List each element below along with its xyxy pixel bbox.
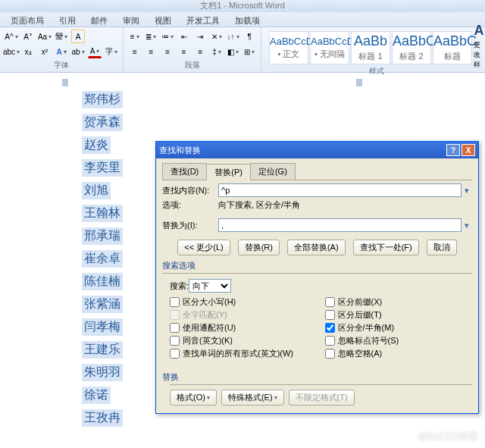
- style-title[interactable]: AaBbC标题: [433, 31, 472, 64]
- option-checkbox[interactable]: [170, 349, 180, 359]
- tab-review[interactable]: 审阅: [115, 12, 147, 27]
- styles-gallery[interactable]: AaBbCcDd• 正文 AaBbCcDd• 无间隔 AaBb标题 1 AaBb…: [266, 30, 485, 66]
- line-spacing-icon[interactable]: ‡: [210, 45, 224, 58]
- name-item[interactable]: 闫孝梅: [82, 318, 123, 336]
- search-direction-select[interactable]: 向下: [189, 279, 231, 293]
- name-item[interactable]: 赵炎: [82, 136, 111, 154]
- tab-view[interactable]: 视图: [147, 12, 179, 27]
- option-checkbox[interactable]: [325, 310, 335, 320]
- option-checkbox[interactable]: [325, 323, 335, 333]
- name-item[interactable]: 李奕里: [82, 159, 123, 177]
- distribute-icon[interactable]: ≡: [194, 45, 208, 58]
- option-row[interactable]: 忽略空格(A): [325, 348, 473, 359]
- search-options-header: 搜索选项: [162, 260, 472, 271]
- font-size-grow-icon[interactable]: A^: [5, 30, 18, 43]
- name-item[interactable]: 王孜冉: [82, 409, 123, 427]
- bullets-icon[interactable]: ≡: [128, 30, 142, 43]
- option-checkbox[interactable]: [325, 297, 335, 307]
- dialog-title: 查找和替换: [159, 145, 445, 156]
- sub-icon[interactable]: x₂: [21, 45, 35, 58]
- format-button[interactable]: 格式(O): [170, 390, 217, 406]
- font-size-shrink-icon[interactable]: A˅: [21, 30, 35, 43]
- justify-icon[interactable]: ≡: [177, 45, 191, 58]
- tab-pagelayout[interactable]: 页面布局: [3, 12, 52, 27]
- find-next-button[interactable]: 查找下一处(F): [353, 240, 419, 255]
- format-a-icon[interactable]: A: [71, 30, 85, 43]
- name-item[interactable]: 邢承瑞: [82, 227, 123, 245]
- name-item[interactable]: 崔余卓: [82, 250, 123, 268]
- help-icon[interactable]: ?: [446, 144, 460, 156]
- search-dir-label: 搜索:: [170, 280, 189, 292]
- style-h1[interactable]: AaBb标题 1: [351, 31, 390, 64]
- option-row[interactable]: 忽略标点符号(S): [325, 335, 473, 346]
- name-item[interactable]: 张紫涵: [82, 296, 123, 313]
- font-color-icon[interactable]: A: [88, 45, 102, 58]
- tab-developer[interactable]: 开发工具: [179, 12, 227, 27]
- option-checkbox[interactable]: [325, 336, 335, 346]
- name-item[interactable]: 王翰林: [82, 205, 123, 222]
- find-input[interactable]: [218, 183, 462, 197]
- name-item[interactable]: 刘旭: [82, 182, 111, 199]
- outdent-icon[interactable]: ⇤: [177, 30, 191, 43]
- asian-guide-icon[interactable]: ✕: [210, 30, 224, 43]
- asian-layout-icon[interactable]: 字: [105, 45, 118, 58]
- tab-addins[interactable]: 加载项: [227, 12, 268, 27]
- name-item[interactable]: 贺承森: [82, 114, 123, 131]
- option-row[interactable]: 查找单词的所有形式(英文)(W): [170, 348, 318, 359]
- tab-references[interactable]: 引用: [52, 12, 83, 27]
- option-label: 同音(英文)(K): [183, 335, 233, 346]
- option-label: 区分后缀(T): [338, 309, 382, 321]
- strike-icon[interactable]: abc: [5, 45, 18, 58]
- tab-find[interactable]: 查找(D): [162, 163, 207, 180]
- sort-icon[interactable]: ↓↑: [227, 30, 240, 43]
- options-value: 向下搜索, 区分全/半角: [218, 199, 300, 211]
- option-checkbox[interactable]: [170, 336, 180, 346]
- option-row[interactable]: 区分大小写(H): [170, 296, 318, 308]
- borders-icon[interactable]: ⊞: [242, 45, 256, 58]
- replace-dropdown-icon[interactable]: ▾: [462, 221, 472, 230]
- tab-replace[interactable]: 替换(P): [206, 164, 251, 180]
- clear-format-icon[interactable]: 變: [55, 30, 68, 43]
- style-nospace[interactable]: AaBbCcDd• 无间隔: [310, 31, 349, 64]
- change-case-icon[interactable]: Aa: [38, 30, 52, 43]
- multilevel-icon[interactable]: ≔: [161, 30, 174, 43]
- option-row[interactable]: 区分全/半角(M): [325, 322, 473, 334]
- numbering-icon[interactable]: ≣: [145, 30, 158, 43]
- option-row[interactable]: 区分后缀(T): [325, 309, 473, 321]
- indent-icon[interactable]: ⇥: [194, 30, 208, 43]
- option-row[interactable]: 区分前缀(X): [325, 296, 473, 308]
- align-center-icon[interactable]: ≡: [145, 45, 158, 58]
- name-item[interactable]: 陈佳楠: [82, 273, 123, 290]
- find-dropdown-icon[interactable]: ▾: [462, 186, 472, 196]
- change-styles-button[interactable]: A 更改样: [474, 31, 484, 61]
- text-effects-icon[interactable]: A: [55, 45, 68, 58]
- sup-icon[interactable]: x²: [38, 45, 52, 58]
- name-item[interactable]: 郑伟杉: [82, 91, 123, 108]
- special-button[interactable]: 特殊格式(E): [221, 390, 284, 406]
- cancel-button[interactable]: 取消: [427, 240, 457, 255]
- style-h2[interactable]: AaBbC标题 2: [392, 31, 431, 64]
- tab-goto[interactable]: 定位(G): [250, 163, 296, 180]
- shading-icon[interactable]: ◧: [227, 45, 240, 58]
- replace-all-button[interactable]: 全部替换(A): [287, 240, 346, 255]
- name-item[interactable]: 王建乐: [82, 341, 123, 359]
- dialog-titlebar[interactable]: 查找和替换 ? X: [156, 142, 478, 158]
- style-normal[interactable]: AaBbCcDd• 正文: [269, 31, 308, 64]
- align-right-icon[interactable]: ≡: [161, 45, 174, 58]
- paragraph-group: ≡ ≣ ≔ ⇤ ⇥ ✕ ↓↑ ¶ ≡ ≡ ≡ ≡ ≡ ‡ ◧ ⊞ 段落: [124, 27, 261, 72]
- tab-mailings[interactable]: 邮件: [83, 12, 115, 27]
- option-checkbox[interactable]: [325, 349, 335, 359]
- close-icon[interactable]: X: [462, 144, 475, 156]
- replace-input[interactable]: [218, 218, 462, 232]
- option-checkbox[interactable]: [170, 323, 180, 333]
- showmarks-icon[interactable]: ¶: [243, 30, 257, 43]
- name-item[interactable]: 徐诺: [82, 387, 111, 404]
- replace-button[interactable]: 替换(R): [238, 240, 280, 255]
- option-row[interactable]: 同音(英文)(K): [170, 335, 318, 346]
- align-left-icon[interactable]: ≡: [128, 45, 142, 58]
- less-button[interactable]: << 更少(L): [177, 240, 230, 255]
- option-checkbox[interactable]: [170, 297, 180, 307]
- name-item[interactable]: 朱明羽: [82, 364, 123, 381]
- option-row[interactable]: 使用通配符(U): [170, 322, 318, 334]
- highlight-icon[interactable]: ab: [71, 45, 85, 58]
